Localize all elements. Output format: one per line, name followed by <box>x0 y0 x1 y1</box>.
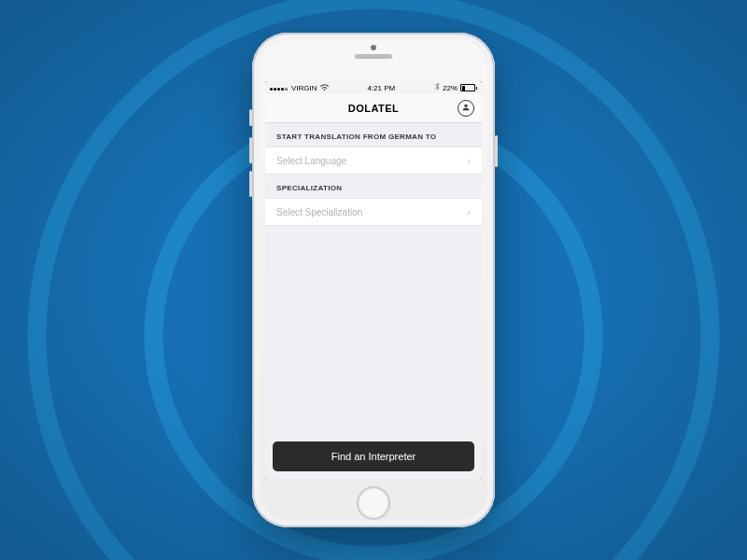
profile-button[interactable] <box>458 100 474 117</box>
language-section-label: START TRANSLATION FROM GERMAN TO <box>265 123 482 147</box>
power-button <box>495 135 498 167</box>
select-specialization-row[interactable]: Select Specialization › <box>265 198 482 226</box>
battery-icon <box>460 84 477 91</box>
status-right: 22% <box>434 83 477 92</box>
profile-icon <box>461 103 471 114</box>
phone-camera <box>371 45 376 50</box>
volume-down <box>249 171 252 197</box>
carrier-label: VIRGIN <box>291 84 317 92</box>
status-left: VIRGIN <box>270 84 329 92</box>
select-language-placeholder: Select Language <box>276 156 346 166</box>
status-bar: VIRGIN 4:21 PM 22% <box>265 81 482 94</box>
nav-bar: DOLATEL <box>265 94 482 123</box>
content: START TRANSLATION FROM GERMAN TO Select … <box>265 123 482 479</box>
volume-up <box>249 137 252 163</box>
select-language-row[interactable]: Select Language › <box>265 147 482 175</box>
phone-speaker <box>355 54 392 59</box>
chevron-right-icon: › <box>467 206 471 217</box>
phone-frame: VIRGIN 4:21 PM 22% DOLATEL <box>252 33 495 527</box>
home-button[interactable] <box>357 486 390 520</box>
find-interpreter-label: Find an Interpreter <box>331 451 416 462</box>
screen: VIRGIN 4:21 PM 22% DOLATEL <box>265 81 482 479</box>
find-interpreter-button[interactable]: Find an Interpreter <box>273 441 474 471</box>
specialization-section-label: SPECIALIZATION <box>265 175 482 198</box>
bluetooth-icon <box>434 83 440 92</box>
chevron-right-icon: › <box>467 155 471 166</box>
wifi-icon <box>320 84 329 92</box>
page-title: DOLATEL <box>348 103 400 114</box>
status-time: 4:21 PM <box>367 84 395 92</box>
battery-percent: 22% <box>443 84 458 92</box>
signal-dots-icon <box>270 84 289 92</box>
select-specialization-placeholder: Select Specialization <box>276 207 362 217</box>
mute-switch <box>249 109 252 126</box>
